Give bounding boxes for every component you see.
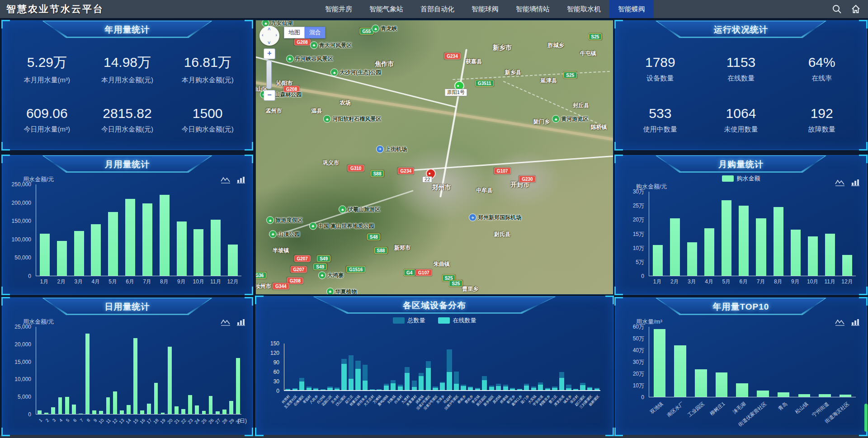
bar-group[interactable] [439, 344, 446, 390]
bar[interactable] [40, 234, 50, 276]
bar-online[interactable] [377, 390, 382, 390]
bar-group[interactable] [418, 344, 425, 390]
map-poi[interactable]: ♣河阳软籽石榴风景区 [323, 115, 381, 123]
bar-online[interactable] [384, 386, 389, 390]
bar-online[interactable] [489, 387, 494, 390]
bar-online[interactable] [510, 389, 515, 390]
map-poi[interactable]: ♣大沙河(生态)公园 [330, 69, 381, 76]
bar[interactable] [154, 383, 158, 414]
bar[interactable] [193, 229, 203, 276]
bar-group[interactable] [467, 344, 474, 390]
bar-group[interactable] [432, 344, 439, 390]
line-chart-toggle-icon[interactable] [221, 319, 231, 328]
nav-tab-智能气象站[interactable]: 智能气象站 [361, 0, 412, 18]
bar[interactable] [236, 358, 240, 414]
bar-online[interactable] [412, 387, 417, 390]
bar[interactable] [99, 411, 103, 414]
bar-online[interactable] [517, 389, 522, 390]
nav-tab-首部自动化[interactable]: 首部自动化 [412, 0, 463, 18]
bar[interactable] [108, 212, 118, 276]
bar-online[interactable] [341, 364, 346, 390]
bar-group[interactable] [382, 344, 390, 390]
bar[interactable] [216, 411, 220, 414]
bar[interactable] [175, 406, 179, 414]
bar-online[interactable] [531, 388, 536, 390]
bar[interactable] [739, 206, 749, 276]
map-type-hybrid-button[interactable]: 混合 [305, 27, 326, 38]
bar-online[interactable] [440, 383, 445, 390]
bar-chart-toggle-icon[interactable] [851, 319, 859, 328]
bar-online[interactable] [454, 384, 459, 390]
bar[interactable] [674, 345, 686, 397]
bar[interactable] [819, 394, 831, 397]
bar-group[interactable] [298, 344, 306, 390]
bar[interactable] [65, 397, 69, 414]
map-poi[interactable]: ♣丹河峡谷风景区 [286, 55, 333, 62]
bar[interactable] [736, 383, 748, 397]
bar-online[interactable] [292, 389, 297, 390]
bar-group[interactable] [523, 344, 530, 390]
bar[interactable] [695, 369, 707, 397]
bar[interactable] [133, 338, 137, 414]
bar-group[interactable] [354, 344, 362, 390]
bar[interactable] [229, 401, 233, 414]
bar[interactable] [653, 245, 663, 276]
bar[interactable] [91, 224, 101, 276]
bar[interactable] [670, 218, 680, 276]
bar-online[interactable] [552, 388, 557, 390]
bar[interactable] [716, 372, 728, 397]
bar-group[interactable] [509, 344, 516, 390]
bar-group[interactable] [551, 344, 558, 390]
bar-online[interactable] [580, 385, 585, 390]
bar-online[interactable] [447, 372, 452, 390]
bar[interactable] [51, 407, 55, 414]
bar[interactable] [147, 404, 151, 414]
bar-group[interactable] [390, 344, 397, 390]
bar[interactable] [842, 255, 852, 276]
bar-online[interactable] [566, 388, 571, 390]
bar-group[interactable] [312, 344, 320, 390]
bar[interactable] [85, 334, 90, 414]
bar-online[interactable] [538, 385, 543, 390]
bar[interactable] [791, 230, 801, 276]
map-poi[interactable]: ♣华夏植物 [326, 287, 357, 295]
home-icon[interactable] [851, 4, 861, 14]
bar[interactable] [168, 347, 172, 414]
bar[interactable] [127, 405, 131, 414]
bar[interactable] [195, 405, 199, 414]
line-chart-toggle-icon[interactable] [835, 179, 845, 188]
bar-online[interactable] [349, 379, 354, 390]
bar-group[interactable] [284, 344, 292, 390]
zoom-out-button[interactable]: − [264, 90, 275, 101]
bar-online[interactable] [461, 386, 466, 390]
bar-group[interactable] [530, 344, 538, 390]
map-poi[interactable]: ♣中国·嵩山世界地质公园 [309, 222, 374, 230]
bar-online[interactable] [285, 389, 290, 390]
bar-group[interactable] [516, 344, 524, 390]
map-poi[interactable]: ♣青龙峡 [372, 25, 397, 33]
bar-online[interactable] [321, 390, 326, 390]
bar-online[interactable] [363, 381, 368, 390]
map-poi[interactable]: ♣山顶公园 [269, 230, 300, 238]
bar-online[interactable] [398, 386, 403, 390]
bar-group[interactable] [411, 344, 418, 390]
nav-tab-智能球阀[interactable]: 智能球阀 [463, 0, 507, 18]
bar-group[interactable] [488, 344, 495, 390]
bar-chart-toggle-icon[interactable] [237, 176, 245, 185]
bar-group[interactable] [446, 344, 453, 390]
legend-total[interactable]: 总数量 [393, 316, 425, 325]
bar-group[interactable] [376, 344, 383, 390]
bar[interactable] [57, 241, 67, 276]
bar[interactable] [58, 397, 62, 414]
legend-purchase-amount[interactable]: 购水金额 [722, 174, 760, 183]
bar[interactable] [106, 397, 110, 414]
scrollbar-thumb[interactable] [864, 404, 868, 432]
line-chart-toggle-icon[interactable] [221, 176, 231, 185]
bar-online[interactable] [468, 387, 473, 390]
bar-group[interactable] [348, 344, 355, 390]
bar-group[interactable] [544, 344, 552, 390]
bar-group[interactable] [397, 344, 404, 390]
bar[interactable] [79, 414, 83, 414]
bar-online[interactable] [587, 388, 592, 390]
bar[interactable] [38, 410, 42, 414]
